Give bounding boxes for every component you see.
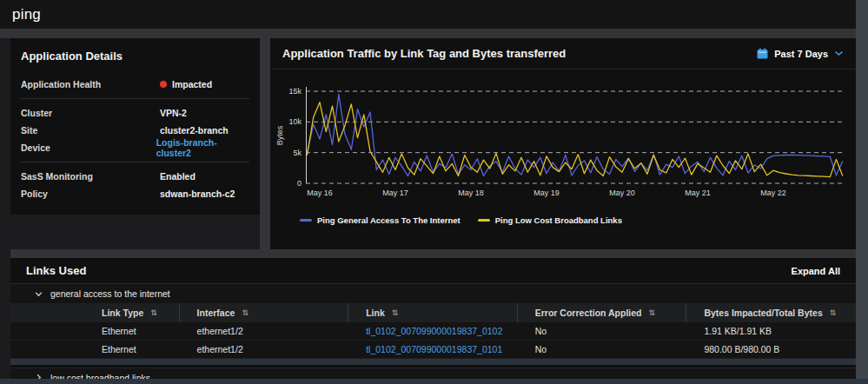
- links-table-header: Link Type⇅ Interface⇅ Link⇅ Error Correc…: [10, 303, 856, 322]
- table-horizontal-scrollbar[interactable]: [10, 359, 856, 365]
- detail-label: Device: [21, 142, 156, 153]
- svg-text:May 20: May 20: [609, 189, 635, 197]
- svg-text:May 19: May 19: [533, 189, 560, 197]
- detail-label: Application Health: [21, 79, 160, 89]
- application-traffic-card: Application Traffic by Link Tag and Byte…: [270, 38, 856, 249]
- expand-all-button[interactable]: Expand All: [792, 266, 840, 276]
- column-header-error-correction[interactable]: Error Correction Applied⇅: [518, 303, 687, 322]
- detail-row-application-health: Application Health Impacted: [21, 76, 249, 93]
- legend-label: Ping Low Cost Broadband Links: [495, 215, 622, 225]
- svg-text:May 16: May 16: [307, 189, 333, 197]
- cell-interface: ethernet1/2: [180, 322, 349, 340]
- chevron-down-icon: [834, 50, 844, 56]
- legend-swatch-yellow: [478, 219, 490, 222]
- row-gutter: [10, 249, 856, 258]
- page-title: ping: [12, 6, 41, 23]
- cell-link-id[interactable]: tl_0102_007099000019837_0102: [348, 322, 518, 340]
- site-value: cluster2-branch: [160, 125, 229, 136]
- detail-row-cluster: Cluster VPN-2: [21, 104, 249, 122]
- cluster-value: VPN-2: [160, 108, 187, 118]
- cell-interface: ethernet1/2: [180, 341, 349, 358]
- links-used-title: Links Used: [26, 264, 86, 277]
- device-link[interactable]: Logis-branch-cluster2: [156, 137, 249, 158]
- cell-link-type: Ethernet: [10, 341, 180, 358]
- divider: [21, 98, 249, 99]
- detail-label: Site: [21, 125, 160, 136]
- traffic-chart-plot: 05k10k15kMay 16May 17May 18May 19May 20M…: [270, 80, 856, 202]
- application-details-title: Application Details: [21, 50, 249, 63]
- health-status: Impacted: [160, 79, 212, 89]
- svg-text:Bytes: Bytes: [275, 125, 284, 145]
- group-label: general access to the internet: [50, 288, 170, 299]
- svg-text:May 17: May 17: [382, 189, 408, 197]
- health-status-dot: [160, 81, 167, 88]
- column-header-link[interactable]: Link⇅: [348, 303, 518, 322]
- time-range-selector[interactable]: Past 7 Days: [757, 48, 844, 59]
- sort-icon[interactable]: ⇅: [649, 308, 656, 317]
- detail-row-device: Device Logis-branch-cluster2: [21, 139, 249, 156]
- detail-row-saas-monitoring: SasS Monitoring Enabled: [21, 168, 249, 185]
- svg-text:May 21: May 21: [685, 189, 711, 197]
- detail-label: Cluster: [21, 108, 160, 118]
- chart-legend: Ping General Access To The Internet Ping…: [300, 215, 856, 225]
- header-separator: [0, 29, 856, 38]
- column-header-bytes[interactable]: Bytes Impacted/Total Bytes⇅: [686, 303, 856, 322]
- traffic-chart: 05k10k15kMay 16May 17May 18May 19May 20M…: [270, 70, 856, 225]
- legend-item-low-cost[interactable]: Ping Low Cost Broadband Links: [478, 215, 622, 225]
- cell-link-type: Ethernet: [10, 322, 180, 340]
- detail-label: SasS Monitoring: [21, 171, 160, 182]
- policy-value: sdwan-branch-c2: [160, 189, 235, 199]
- sort-icon[interactable]: ⇅: [242, 308, 248, 317]
- table-row: Ethernet ethernet1/2 tl_0102_00709900001…: [10, 322, 856, 341]
- chevron-down-icon: [35, 290, 43, 298]
- cell-error-correction: No: [518, 322, 687, 340]
- svg-text:15k: 15k: [288, 87, 301, 96]
- column-header-link-type[interactable]: Link Type⇅: [10, 303, 180, 322]
- legend-item-general-access[interactable]: Ping General Access To The Internet: [300, 215, 461, 225]
- column-header-interface[interactable]: Interface⇅: [180, 303, 349, 322]
- link-group-general-access[interactable]: general access to the internet: [10, 284, 856, 303]
- legend-swatch-blue: [300, 219, 312, 222]
- vertical-scrollbar[interactable]: [856, 0, 868, 384]
- sort-icon[interactable]: ⇅: [830, 308, 837, 317]
- app-header: ping: [0, 0, 856, 29]
- cell-error-correction: No: [518, 341, 687, 358]
- links-used-card: Links Used Expand All general access to …: [10, 258, 856, 384]
- svg-text:5k: 5k: [293, 149, 301, 157]
- detail-row-policy: Policy sdwan-branch-c2: [21, 185, 249, 202]
- time-range-label: Past 7 Days: [774, 49, 828, 59]
- saas-monitoring-value: Enabled: [160, 171, 195, 182]
- svg-text:May 18: May 18: [458, 189, 484, 197]
- sort-icon[interactable]: ⇅: [392, 308, 399, 317]
- legend-label: Ping General Access To The Internet: [317, 215, 461, 225]
- divider: [21, 162, 249, 162]
- traffic-chart-title: Application Traffic by Link Tag and Byte…: [282, 47, 566, 60]
- svg-text:10k: 10k: [288, 117, 301, 126]
- horizontal-scrollbar[interactable]: [0, 379, 868, 384]
- calendar-icon: [757, 48, 768, 59]
- detail-row-site: Site cluster2-branch: [21, 122, 249, 139]
- svg-text:0: 0: [297, 179, 301, 188]
- cell-link-id[interactable]: tl_0102_007099000019837_0101: [348, 341, 518, 358]
- application-details-card: Application Details Application Health I…: [10, 38, 260, 215]
- cell-bytes: 1.91 KB/1.91 KB: [686, 322, 856, 340]
- table-row: Ethernet ethernet1/2 tl_0102_00709900001…: [10, 341, 856, 359]
- svg-text:May 22: May 22: [760, 189, 786, 197]
- sort-icon[interactable]: ⇅: [150, 308, 157, 317]
- health-status-text: Impacted: [172, 79, 212, 89]
- card-gutter: [260, 38, 270, 249]
- detail-label: Policy: [21, 189, 160, 199]
- cell-bytes: 980.00 B/980.00 B: [686, 341, 856, 358]
